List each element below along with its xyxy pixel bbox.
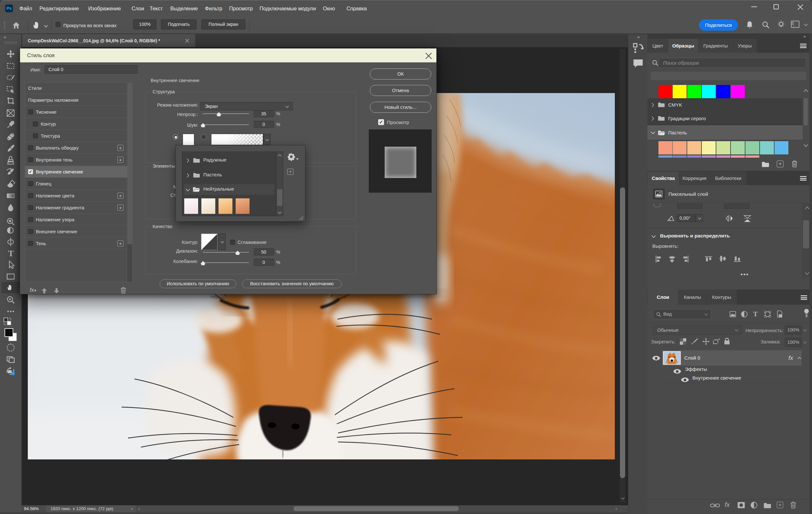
svg-text:T: T (8, 249, 13, 258)
